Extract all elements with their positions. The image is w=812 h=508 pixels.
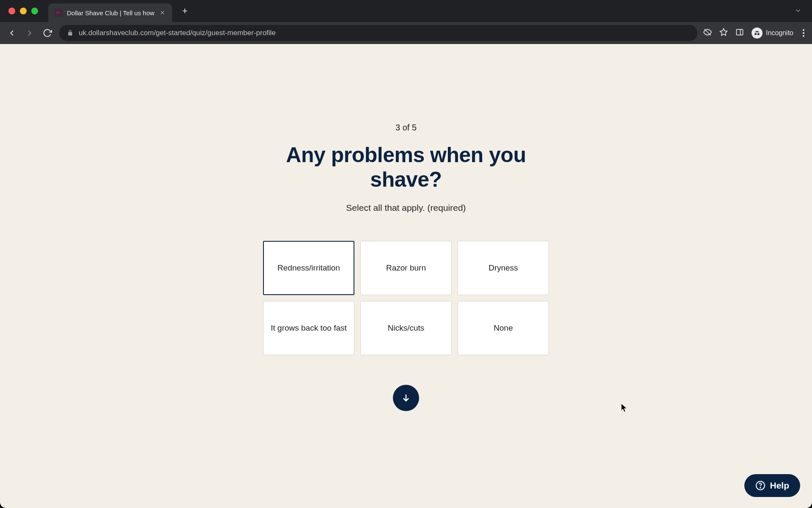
incognito-label: Incognito bbox=[766, 29, 793, 37]
forward-button[interactable] bbox=[24, 27, 36, 39]
tracking-protection-icon[interactable] bbox=[703, 28, 712, 38]
window-maximize-button[interactable] bbox=[31, 8, 38, 14]
reload-button[interactable] bbox=[41, 27, 53, 39]
incognito-indicator[interactable]: Incognito bbox=[752, 28, 793, 39]
option-nicks-cuts[interactable]: Nicks/cuts bbox=[360, 301, 452, 355]
window-close-button[interactable] bbox=[8, 8, 15, 14]
quiz-question: Any problems when you shave? bbox=[262, 143, 550, 192]
option-dryness[interactable]: Dryness bbox=[458, 241, 549, 295]
help-button[interactable]: Help bbox=[744, 474, 800, 497]
side-panel-icon[interactable] bbox=[735, 28, 744, 38]
window-minimize-button[interactable] bbox=[20, 8, 27, 14]
incognito-icon bbox=[752, 28, 763, 39]
arrow-down-icon bbox=[401, 393, 411, 403]
mouse-cursor-icon bbox=[621, 403, 628, 413]
window-controls bbox=[8, 8, 38, 14]
url-bar[interactable]: uk.dollarshaveclub.com/get-started/quiz/… bbox=[59, 25, 697, 41]
quiz-container: 3 of 5 Any problems when you shave? Sele… bbox=[262, 44, 550, 411]
option-label: Redness/irritation bbox=[277, 263, 340, 273]
new-tab-button[interactable]: + bbox=[179, 6, 191, 17]
option-label: Nicks/cuts bbox=[388, 323, 425, 333]
quiz-options-grid: Redness/irritation Razor burn Dryness It… bbox=[262, 241, 550, 355]
chrome-action-icons: Incognito bbox=[703, 28, 806, 39]
option-redness-irritation[interactable]: Redness/irritation bbox=[263, 241, 354, 295]
tab-close-button[interactable]: × bbox=[159, 8, 166, 17]
next-button[interactable] bbox=[393, 385, 419, 411]
tab-bar: ✂ Dollar Shave Club | Tell us how × + bbox=[0, 0, 812, 22]
option-label: Razor burn bbox=[386, 263, 426, 273]
help-label: Help bbox=[770, 480, 789, 491]
url-text: uk.dollarshaveclub.com/get-started/quiz/… bbox=[79, 29, 690, 37]
svg-rect-2 bbox=[737, 29, 743, 35]
option-label: None bbox=[494, 323, 513, 333]
option-label: Dryness bbox=[488, 263, 518, 273]
option-none[interactable]: None bbox=[458, 301, 549, 355]
page-content: 3 of 5 Any problems when you shave? Sele… bbox=[0, 44, 812, 508]
option-label: It grows back too fast bbox=[271, 323, 347, 333]
option-razor-burn[interactable]: Razor burn bbox=[360, 241, 452, 295]
browser-tab[interactable]: ✂ Dollar Shave Club | Tell us how × bbox=[48, 3, 172, 22]
tab-favicon-icon: ✂ bbox=[54, 8, 63, 17]
tab-title: Dollar Shave Club | Tell us how bbox=[67, 9, 154, 17]
quiz-instruction: Select all that apply. (required) bbox=[262, 203, 550, 213]
quiz-progress: 3 of 5 bbox=[262, 123, 550, 133]
back-button[interactable] bbox=[6, 27, 18, 39]
svg-point-4 bbox=[754, 33, 757, 35]
lock-icon bbox=[67, 30, 74, 36]
svg-point-8 bbox=[760, 487, 761, 488]
bookmark-star-icon[interactable] bbox=[719, 28, 728, 38]
help-icon bbox=[755, 480, 765, 491]
address-bar: uk.dollarshaveclub.com/get-started/quiz/… bbox=[0, 22, 812, 44]
tabs-dropdown-button[interactable] bbox=[794, 7, 802, 16]
browser-chrome: ✂ Dollar Shave Club | Tell us how × + uk… bbox=[0, 0, 812, 44]
svg-marker-1 bbox=[720, 29, 727, 36]
browser-menu-button[interactable] bbox=[801, 28, 806, 39]
option-grows-back-too-fast[interactable]: It grows back too fast bbox=[263, 301, 354, 355]
svg-point-5 bbox=[757, 33, 760, 35]
